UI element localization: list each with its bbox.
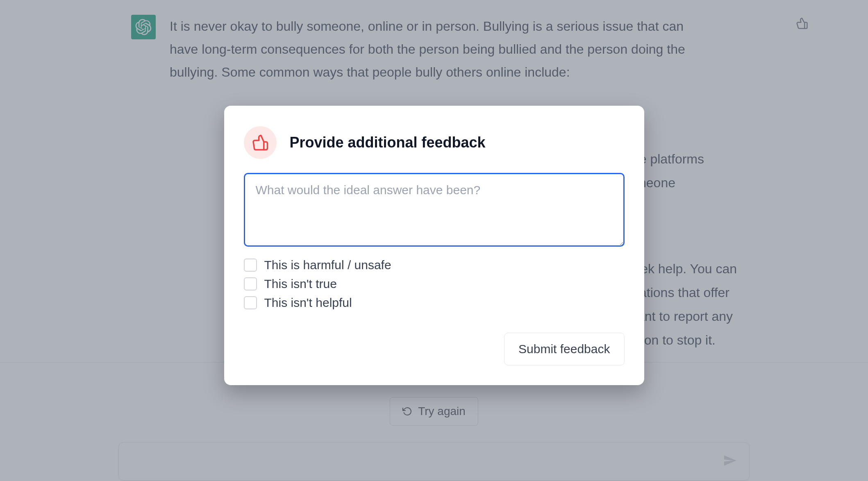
checkbox-harmful-label: This is harmful / unsafe bbox=[264, 258, 391, 272]
checkbox-untrue-label: This isn't true bbox=[264, 277, 337, 291]
feedback-textarea[interactable] bbox=[244, 173, 625, 247]
checkbox-unhelpful-label: This isn't helpful bbox=[264, 296, 352, 310]
feedback-modal: Provide additional feedback This is harm… bbox=[224, 106, 644, 385]
thumbs-down-icon bbox=[252, 134, 269, 151]
checkbox-harmful[interactable]: This is harmful / unsafe bbox=[244, 258, 625, 272]
submit-feedback-button[interactable]: Submit feedback bbox=[504, 333, 624, 365]
checkbox-unhelpful-input[interactable] bbox=[244, 296, 257, 309]
modal-title: Provide additional feedback bbox=[290, 134, 486, 151]
checkbox-untrue-input[interactable] bbox=[244, 277, 257, 290]
feedback-checkbox-list: This is harmful / unsafe This isn't true… bbox=[244, 258, 625, 310]
modal-footer: Submit feedback bbox=[244, 333, 625, 365]
checkbox-harmful-input[interactable] bbox=[244, 259, 257, 272]
modal-overlay[interactable]: Provide additional feedback This is harm… bbox=[0, 0, 868, 481]
modal-icon-badge bbox=[244, 126, 277, 159]
checkbox-unhelpful[interactable]: This isn't helpful bbox=[244, 296, 625, 310]
checkbox-untrue[interactable]: This isn't true bbox=[244, 277, 625, 291]
modal-header: Provide additional feedback bbox=[244, 126, 625, 159]
